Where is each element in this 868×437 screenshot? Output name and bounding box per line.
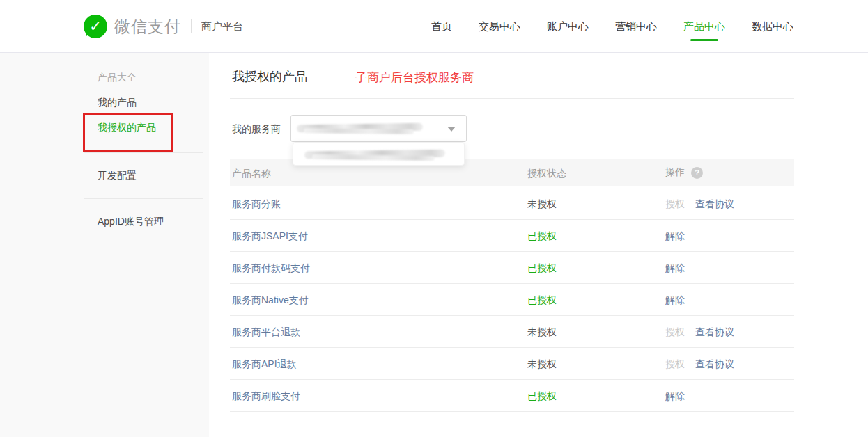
- remove-link[interactable]: 解除: [665, 230, 685, 243]
- check-icon: ✓: [84, 15, 107, 38]
- wechat-pay-logo[interactable]: ✓ 微信支付 商户平台: [84, 0, 243, 53]
- remove-link[interactable]: 解除: [665, 294, 685, 307]
- sidebar-item-product-catalog: 产品大全: [98, 72, 137, 84]
- active-nav-underline: [690, 39, 718, 41]
- product-name-link[interactable]: 服务商分账: [232, 198, 281, 211]
- sidebar-item-my-products[interactable]: 我的产品: [98, 97, 137, 109]
- chevron-down-icon: [447, 127, 456, 132]
- red-highlight-box: [83, 113, 173, 152]
- column-header-action-label: 操作: [665, 166, 685, 179]
- table-row: 服务商分账 未授权 授权查看协议: [230, 188, 794, 220]
- row-actions: 授权查看协议: [665, 358, 734, 371]
- row-actions: 解除: [665, 230, 685, 243]
- remove-link[interactable]: 解除: [665, 390, 685, 403]
- wechat-pay-logo-icon: ✓: [84, 15, 107, 38]
- table-body: 服务商分账 未授权 授权查看协议 服务商JSAPI支付 已授权 解除 服务商付款…: [230, 188, 794, 412]
- column-header-product: 产品名称: [232, 168, 271, 180]
- status-text: 已授权: [527, 294, 557, 307]
- nav-item-home[interactable]: 首页: [431, 0, 452, 53]
- product-name-link[interactable]: 服务商平台退款: [232, 326, 300, 339]
- table-row: 服务商付款码支付 已授权 解除: [230, 252, 794, 284]
- page-title: 我授权的产品: [232, 68, 307, 85]
- view-agreement-link[interactable]: 查看协议: [695, 358, 734, 371]
- product-name-link[interactable]: 服务商付款码支付: [232, 262, 310, 275]
- view-agreement-link[interactable]: 查看协议: [695, 198, 734, 211]
- red-annotation-text: 子商户后台授权服务商: [355, 70, 474, 86]
- nav-item-transaction-center[interactable]: 交易中心: [479, 0, 520, 53]
- view-agreement-link[interactable]: 查看协议: [695, 326, 734, 339]
- brand-divider: [191, 19, 192, 33]
- product-name-link[interactable]: 服务商刷脸支付: [232, 390, 300, 403]
- status-text: 已授权: [527, 230, 557, 243]
- sidebar: 产品大全我的产品我授权的产品开发配置AppID账号管理: [0, 53, 209, 437]
- status-text: 未授权: [527, 326, 557, 339]
- provider-dropdown-option[interactable]: [293, 142, 465, 166]
- product-name-link[interactable]: 服务商API退款: [232, 358, 297, 371]
- table-row: 服务商平台退款 未授权 授权查看协议: [230, 316, 794, 348]
- row-actions: 授权查看协议: [665, 326, 734, 339]
- remove-link[interactable]: 解除: [665, 262, 685, 275]
- column-header-status: 授权状态: [527, 168, 566, 180]
- redacted-option-value: [304, 147, 454, 161]
- sidebar-item-dev-config[interactable]: 开发配置: [98, 170, 137, 182]
- help-icon[interactable]: ?: [691, 167, 703, 179]
- nav-item-data-center[interactable]: 数据中心: [752, 0, 793, 53]
- table-row: 服务商API退款 未授权 授权查看协议: [230, 348, 794, 380]
- top-nav: 首页 交易中心 账户中心 营销中心 产品中心 数据中心: [431, 0, 793, 53]
- nav-item-marketing-center[interactable]: 营销中心: [615, 0, 657, 53]
- table-row: 服务商JSAPI支付 已授权 解除: [230, 220, 794, 252]
- status-text: 已授权: [527, 262, 557, 275]
- status-text: 已授权: [527, 390, 557, 403]
- title-divider: [230, 98, 794, 99]
- redacted-provider-value: [297, 120, 431, 136]
- brand-name: 微信支付: [114, 16, 181, 38]
- authorize-link[interactable]: 授权: [665, 358, 685, 371]
- brand-subtitle: 商户平台: [201, 20, 243, 33]
- product-name-link[interactable]: 服务商JSAPI支付: [232, 230, 308, 243]
- sidebar-divider: [84, 152, 203, 153]
- authorize-link[interactable]: 授权: [665, 326, 685, 339]
- row-actions: 解除: [665, 390, 685, 403]
- sidebar-item-appid-account-management[interactable]: AppID账号管理: [98, 216, 164, 228]
- table-row: 服务商Native支付 已授权 解除: [230, 284, 794, 316]
- main-content: 我授权的产品 子商户后台授权服务商 我的服务商 产品名称 授权状态 操作 ? 服…: [209, 53, 868, 437]
- product-name-link[interactable]: 服务商Native支付: [232, 294, 309, 307]
- row-actions: 解除: [665, 262, 685, 275]
- top-bar: ✓ 微信支付 商户平台 首页 交易中心 账户中心 营销中心 产品中心 数据中心: [0, 0, 868, 53]
- status-text: 未授权: [527, 198, 557, 211]
- provider-select[interactable]: [290, 115, 467, 142]
- table-row: 服务商刷脸支付 已授权 解除: [230, 380, 794, 412]
- nav-item-account-center[interactable]: 账户中心: [547, 0, 589, 53]
- row-actions: 解除: [665, 294, 685, 307]
- sidebar-divider: [84, 198, 203, 199]
- nav-item-product-center[interactable]: 产品中心: [683, 0, 725, 53]
- row-actions: 授权查看协议: [665, 198, 734, 211]
- authorize-link[interactable]: 授权: [665, 198, 685, 211]
- provider-label: 我的服务商: [232, 123, 281, 136]
- column-header-action: 操作 ?: [665, 166, 703, 179]
- merchant-platform-page: ✓ 微信支付 商户平台 首页 交易中心 账户中心 营销中心 产品中心 数据中心 …: [0, 0, 868, 437]
- status-text: 未授权: [527, 358, 557, 371]
